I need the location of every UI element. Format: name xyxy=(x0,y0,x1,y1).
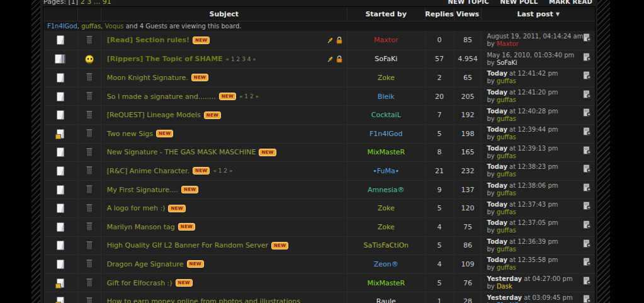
new-badge[interactable]: NEW xyxy=(187,260,204,268)
new-badge[interactable]: NEW xyxy=(156,130,173,137)
last-post-cell: Today at 12:38:06 pmby guffas xyxy=(482,181,595,199)
jump-to-last-post-icon[interactable] xyxy=(583,33,591,42)
pagination-links[interactable]: 2 3 ... 91 xyxy=(81,0,111,6)
topic-mini-pagination[interactable]: « 1 2 » xyxy=(239,93,259,100)
jump-to-last-post-icon[interactable] xyxy=(583,239,591,248)
last-post-author-link[interactable]: guffas xyxy=(497,134,516,140)
topic-subject-link[interactable]: A logo for meh :) xyxy=(107,204,166,212)
topic-subject-link[interactable]: My First Signature.... xyxy=(107,186,178,194)
last-post-author-link[interactable]: guffas xyxy=(497,96,516,103)
jump-to-last-post-icon[interactable] xyxy=(583,220,591,229)
new-badge[interactable]: NEW xyxy=(193,167,210,174)
new-badge[interactable]: NEW xyxy=(271,242,288,249)
starter-link[interactable]: SoFaKi xyxy=(375,55,397,63)
new-badge[interactable]: NEW xyxy=(168,205,185,212)
starter-link[interactable]: F1n4lGod xyxy=(370,130,403,138)
topic-icon-cell xyxy=(43,125,78,143)
new-badge[interactable]: NEW xyxy=(181,186,198,193)
header-views[interactable]: Views xyxy=(455,7,482,21)
last-post-author-link[interactable]: Dask xyxy=(497,283,512,290)
topic-subject-link[interactable]: How to earn money online from photos and… xyxy=(107,297,300,303)
replies-count: 7 xyxy=(438,111,442,119)
topic-subject-link[interactable]: Marilyn Manson tag xyxy=(107,223,175,231)
starter-link[interactable]: Raule xyxy=(376,297,396,303)
jump-to-last-post-icon[interactable] xyxy=(583,164,591,173)
topic-subject-link[interactable]: So I made a signature and........ xyxy=(107,93,216,101)
jump-to-last-post-icon[interactable] xyxy=(583,277,591,285)
header-replies[interactable]: Replies xyxy=(426,7,455,21)
last-post-author-link[interactable]: guffas xyxy=(497,264,516,271)
last-post-author-link[interactable]: SoFaKi xyxy=(497,59,517,66)
last-post-author-link[interactable]: guffas xyxy=(497,152,516,159)
header-started-by[interactable]: Started by xyxy=(347,7,426,21)
topic-mini-pagination[interactable]: « 1 2 » xyxy=(213,168,232,174)
topic-flags xyxy=(327,55,342,63)
topic-icon-cell xyxy=(43,162,78,180)
mark-read-button[interactable]: MARK READ xyxy=(549,0,592,5)
topic-subject-link[interactable]: [ReQUEST] Lineage Models xyxy=(107,111,201,119)
topic-subject-link[interactable]: [R&C] Anime Character. xyxy=(107,167,189,175)
last-post-author-link[interactable]: guffas xyxy=(497,171,516,178)
starter-link[interactable]: Zoke xyxy=(378,204,395,212)
jump-to-last-post-icon[interactable] xyxy=(583,90,591,98)
topic-subject-link[interactable]: New Signature - THE GAS MASK MASCHINE xyxy=(107,148,256,156)
replies-cell: 57 xyxy=(426,50,455,69)
new-badge[interactable]: NEW xyxy=(193,37,210,44)
topic-icon-cell xyxy=(43,88,78,106)
jump-to-last-post-icon[interactable] xyxy=(583,202,591,210)
starter-link[interactable]: MixMasteR xyxy=(367,279,405,287)
new-badge[interactable]: NEW xyxy=(204,111,221,119)
last-post-author-link[interactable]: guffas xyxy=(497,246,516,253)
jump-to-last-post-icon[interactable] xyxy=(583,71,591,79)
jump-to-last-post-icon[interactable] xyxy=(583,146,591,154)
starter-link[interactable]: MixMasteR xyxy=(367,148,405,156)
jump-to-last-post-icon[interactable] xyxy=(583,183,591,192)
starter-link[interactable]: Zoke xyxy=(378,223,395,231)
last-post-author-link[interactable]: guffas xyxy=(497,209,516,215)
new-badge[interactable]: NEW xyxy=(191,74,208,81)
viewing-user[interactable]: F1n4lGod xyxy=(47,23,77,30)
header-subject[interactable]: Subject xyxy=(101,7,347,21)
last-post-author-link[interactable]: guffas xyxy=(497,227,516,234)
new-badge[interactable]: NEW xyxy=(176,279,193,287)
jump-to-last-post-icon[interactable] xyxy=(583,258,591,266)
topic-subject-link[interactable]: Two new Sigs xyxy=(107,130,153,138)
last-post-author-link[interactable]: Maxtor xyxy=(497,40,519,47)
last-post-author-link[interactable]: guffas xyxy=(497,115,516,122)
jump-to-last-post-icon[interactable] xyxy=(583,127,591,135)
jump-to-last-post-icon[interactable] xyxy=(583,108,591,117)
starter-link[interactable]: •FuMa• xyxy=(373,167,399,175)
new-poll-button[interactable]: NEW POLL xyxy=(500,0,538,5)
last-post-cell: Today at 12:37:43 pmby guffas xyxy=(482,199,595,217)
topic-subject-link[interactable]: [Rippers] The Topic of SHAME xyxy=(107,55,223,63)
new-badge[interactable]: NEW xyxy=(259,149,276,156)
starter-link[interactable]: CocktaiL xyxy=(371,111,401,119)
viewing-user[interactable]: Voqus xyxy=(105,23,123,30)
starter-link[interactable]: Bleik xyxy=(378,93,395,101)
subject-cell: Moon Knight Signature. NEW xyxy=(101,69,347,87)
new-badge[interactable]: NEW xyxy=(178,223,195,231)
jump-to-last-post-icon[interactable] xyxy=(583,53,591,61)
starter-link[interactable]: Zoke xyxy=(378,74,395,82)
topic-subject-link[interactable]: Gift for Elfocrash :) xyxy=(107,279,172,287)
starter-link[interactable]: SaTisFaCtiOn xyxy=(363,241,409,249)
starter-link[interactable]: Maxtor xyxy=(374,36,398,44)
last-post-author-link[interactable]: guffas xyxy=(497,190,516,197)
header-last-post[interactable]: Last post▼ xyxy=(482,7,595,21)
jump-to-last-post-icon[interactable] xyxy=(583,295,591,303)
pagination[interactable]: Pages: [1] 2 3 ... 91 xyxy=(43,0,111,6)
starter-link[interactable]: Zeon® xyxy=(374,260,398,268)
topic-mini-pagination[interactable]: « 1 2 3 4 » xyxy=(226,56,256,62)
views-cell: 192 xyxy=(455,106,482,124)
starter-link[interactable]: Amnesia® xyxy=(368,186,405,194)
topic-subject-link[interactable]: Dragon Age Signature xyxy=(107,260,184,268)
topic-subject-link[interactable]: Moon Knight Signature. xyxy=(107,74,188,82)
last-post-author-link[interactable]: guffas xyxy=(497,77,516,84)
new-topic-button[interactable]: NEW TOPIC xyxy=(448,0,489,5)
topic-flags xyxy=(327,37,342,44)
views-cell: 198 xyxy=(455,125,482,143)
topic-subject-link[interactable]: [Read] Section rules! xyxy=(107,36,189,44)
new-badge[interactable]: NEW xyxy=(219,93,236,100)
topic-subject-link[interactable]: High Quality GIf L2 Banner For Random Se… xyxy=(107,241,268,249)
viewing-user[interactable]: guffas xyxy=(81,23,101,30)
